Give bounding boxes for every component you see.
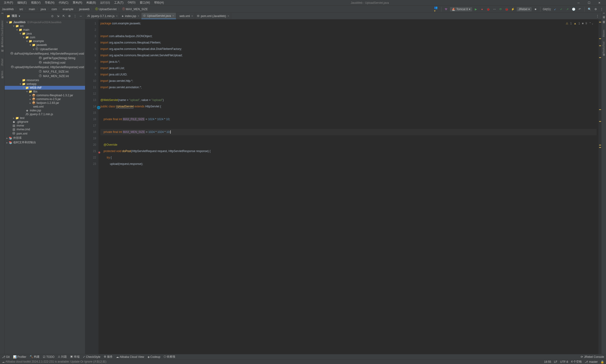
tree-item[interactable]: 📁resources [5,78,85,82]
bottom-tool-Alibaba Cloud View[interactable]: ☁ Alibaba Cloud View [116,355,144,359]
editor-body[interactable]: 1234567891011121314🌐15161718192021◉2223 … [85,19,601,354]
tab-pom.xml (JavaWeb)[interactable]: Ⓜpom.xml (JavaWeb)× [195,13,231,19]
git-push-icon[interactable]: ↗ [565,7,570,12]
breadcrumb-item[interactable]: java [41,8,46,11]
code-area[interactable]: ⚠1 ▲1 ■9 ⌃⌄ package com.example.javaweb;… [98,19,598,354]
tree-item[interactable]: Ⓜpom.xml [5,131,85,136]
close-tab-icon[interactable]: × [116,14,118,18]
tree-item[interactable]: web.xml [5,105,85,109]
lock-icon[interactable]: 🔒 [601,360,604,364]
tree-item-external[interactable]: ▸📚外部库 [5,136,85,140]
bottom-tool-问题[interactable]: ⚠ 问题 [58,355,67,359]
tab-UploadServlet.java[interactable]: ⒸUploadServlet.java× [141,13,176,19]
run-button[interactable]: ▶ [474,7,478,12]
project-tree[interactable]: ▾📁JavaWebD:\ProjectsFor2024\JavaWeb▾📁src… [5,19,85,354]
bottom-tool-TODO[interactable]: ☑ TODO [43,355,55,359]
minimize-button[interactable]: ─ [574,0,583,6]
menu-视图(V)[interactable]: 视图(V) [29,0,42,5]
breadcrumb-item[interactable]: example [63,8,73,11]
bottom-tool-Git[interactable]: ⎇ Git [2,355,10,359]
tree-item[interactable]: ▸📁test [5,116,85,120]
bottom-tool-CheckStyle[interactable]: ✓ CheckStyle [83,355,100,359]
menu-编辑(E)[interactable]: 编辑(E) [15,0,29,5]
jrebel-combo[interactable]: JRebel▾ [517,7,532,11]
tree-item[interactable]: ▾📁libs [5,90,85,93]
tree-item[interactable]: ⓕMAX_MEN_SIZE:int [5,74,85,78]
jrebel-console-button[interactable]: ⟳ JRebel Console [581,355,604,359]
bottom-tool-Profiler[interactable]: 📊 Profiler [13,355,26,359]
close-tab-icon[interactable]: × [138,14,139,18]
rail-tab-RestfulTool[interactable]: RestfulTool [602,40,606,55]
panel-settings-icon[interactable]: ⚙ [67,14,72,18]
breadcrumb-item[interactable]: src [19,8,23,11]
bottom-tool-Codeup[interactable]: ◈ Codeup [148,355,160,359]
code-with-me-icon[interactable]: 👥▾ [434,7,439,12]
breadcrumb-item[interactable]: ⓕ MAX_MEN_SIZE [122,7,148,11]
search-everywhere-icon[interactable]: 🔍 [587,7,592,12]
close-button[interactable]: ✕ [595,0,604,6]
gutter[interactable]: 1234567891011121314🌐15161718192021◉2223 [85,19,98,354]
tree-item[interactable]: ▸📦fastjson-1.2.83.jar [5,101,85,105]
cursor-position[interactable]: 18:55 [544,360,551,364]
tree-item[interactable]: ◆.gitignore [5,120,85,124]
bottom-tool-终端[interactable]: ▣ 终端 [70,355,79,359]
tree-item[interactable]: ⓜupload(HttpServletRequest, HttpServletR… [5,65,85,69]
breadcrumb-item[interactable]: Ⓒ UploadServlet [95,7,117,11]
notification-row[interactable]: ☁ Alibaba cloud toolkit 2024.2.1-222-231… [0,359,606,364]
select-opened-icon[interactable]: ⊙ [50,14,55,18]
tree-item[interactable]: ▾📁WEB-INF [5,86,85,90]
chevron-up-down-icon[interactable]: ⌃⌄ [589,20,594,27]
menu-重构(R)[interactable]: 重构(R) [71,0,84,5]
tab-web.xml[interactable]: web.xml× [176,13,195,19]
tree-item[interactable]: ▾📁java [5,32,85,36]
tree-item[interactable]: ⓕMAX_FILE_SIZE:int [5,69,85,74]
jrebel-run-icon[interactable]: ⟳ [498,7,503,12]
collapse-all-icon[interactable]: ⇱ [61,14,66,18]
tabs-more-icon[interactable]: ⋮ [595,14,600,18]
tree-item[interactable]: ▤mvnw.cmd [5,128,85,131]
tree-root[interactable]: ▾📁JavaWebD:\ProjectsFor2024\JavaWeb [5,20,85,24]
rail-tab-Web[interactable]: Web [0,69,4,77]
tree-item[interactable]: ▸📦commons-io-2.5.jar [5,97,85,101]
breadcrumb-item[interactable]: JavaWeb [2,8,14,11]
expand-all-icon[interactable]: ⇲ [56,14,60,18]
jrebel-debug-icon[interactable]: 🐞 [504,7,509,12]
rail-tab-JRebel[interactable]: JRebel [0,57,4,68]
tree-item[interactable]: ▾📁javaweb [5,43,85,47]
tree-item[interactable]: ⓜmkdir(String):void [5,60,85,65]
breadcrumb-item[interactable]: main [29,8,35,11]
rail-tab-设备[interactable]: 设备 [602,56,606,60]
more-icon[interactable]: ⋮ [599,7,604,12]
panel-more-icon[interactable]: ⋮ [73,14,77,18]
menu-导航(N)[interactable]: 导航(N) [43,0,56,5]
indent-config[interactable]: 4 个空格 [571,360,582,364]
tree-item[interactable]: ⓜdoPost(HttpServletRequest, HttpServletR… [5,51,85,56]
dropdown-icon[interactable]: ▾ [19,14,20,18]
rail-tab-通知[interactable]: 通知 [602,14,606,17]
hide-panel-icon[interactable]: ─ [78,14,83,18]
more-run-icon[interactable]: ⋯ [492,7,497,12]
debug-icon[interactable]: 🐞 [486,7,491,12]
bottom-tool-依赖项[interactable]: ⬡ 依赖项 [164,355,175,359]
bottom-tool-构建[interactable]: 🔨 构建 [30,355,40,359]
rail-tab-提交[interactable]: 提交 [0,78,4,82]
run-config-combo[interactable]: ⛵ Tomcat 8 ▾ [450,7,472,11]
bottom-tool-服务[interactable]: ⚙ 服务 [104,355,113,359]
tree-item[interactable]: ▾ⒸUploadServlet [5,47,85,51]
close-tab-icon[interactable]: × [172,14,174,17]
tree-item[interactable]: ▾📁main [5,28,85,32]
hammer-icon[interactable]: ⚒ [444,7,449,12]
git-history-icon[interactable]: 🕐 [571,7,576,12]
tree-item[interactable]: JSjquery-3.7.1.min.js [5,112,85,116]
git-commit-icon[interactable]: ✓ [559,7,564,12]
menu-文件(F)[interactable]: 文件(F) [2,0,15,5]
marker-bar[interactable] [598,19,601,354]
close-tab-icon[interactable]: × [191,14,193,18]
rail-tab-Alibaba Cloud Explorer[interactable]: Alibaba Cloud Explorer [0,18,4,46]
stop-button[interactable]: ■ [533,7,538,12]
menu-工具(T)[interactable]: 工具(T) [112,0,125,5]
menu-代码(C)[interactable]: 代码(C) [57,0,70,5]
close-tab-icon[interactable]: × [227,14,229,18]
rail-tab-Maven[interactable]: Maven [602,28,606,39]
tree-item[interactable]: ⓜgetFileType(String):String [5,56,85,60]
